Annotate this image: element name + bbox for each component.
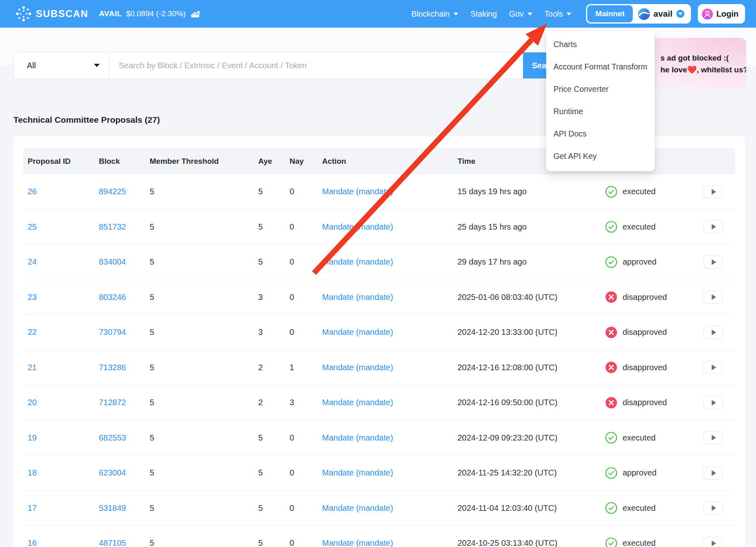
status-label: executed bbox=[623, 504, 656, 513]
block-link[interactable]: 803246 bbox=[99, 293, 150, 302]
proposal-id-link[interactable]: 25 bbox=[28, 222, 99, 232]
proposal-row: 25 851732 5 5 0 Mandate (mandate) 25 day… bbox=[23, 210, 735, 245]
status-label: approved bbox=[623, 257, 656, 267]
nav-item-label: Gov bbox=[509, 9, 524, 19]
menu-item-account-format-transform[interactable]: Account Format Transform bbox=[546, 56, 655, 78]
play-icon bbox=[712, 259, 716, 265]
ad-text-line2: he love❤️, whitelist us? bbox=[660, 65, 746, 74]
nay-count: 0 bbox=[290, 257, 322, 267]
action-link[interactable]: Mandate (mandate) bbox=[322, 293, 458, 302]
action-link[interactable]: Mandate (mandate) bbox=[322, 328, 458, 337]
action-link[interactable]: Mandate (mandate) bbox=[322, 504, 458, 513]
action-link[interactable]: Mandate (mandate) bbox=[322, 433, 458, 443]
proposal-id-link[interactable]: 23 bbox=[28, 293, 99, 302]
status-badge: disapproved bbox=[605, 397, 704, 409]
status-badge: approved bbox=[605, 467, 704, 479]
action-link[interactable]: Mandate (mandate) bbox=[322, 538, 458, 547]
time-value: 2024-11-04 12:03:40 (UTC) bbox=[458, 504, 605, 513]
expand-row-button[interactable] bbox=[704, 326, 723, 339]
block-link[interactable]: 531849 bbox=[99, 504, 150, 513]
action-link[interactable]: Mandate (mandate) bbox=[322, 398, 458, 407]
menu-item-price-converter[interactable]: Price Converter bbox=[546, 78, 655, 100]
status-badge: disapproved bbox=[605, 291, 704, 303]
nav-item-gov[interactable]: Gov bbox=[509, 9, 532, 19]
menu-item-runtime[interactable]: Runtime bbox=[546, 100, 655, 123]
column-header: Aye bbox=[258, 157, 290, 166]
proposal-id-link[interactable]: 18 bbox=[28, 468, 99, 478]
nay-count: 0 bbox=[290, 468, 322, 478]
member-threshold-value: 5 bbox=[150, 328, 258, 337]
play-icon bbox=[712, 400, 716, 406]
block-link[interactable]: 713286 bbox=[99, 363, 150, 372]
mainnet-button[interactable]: Mainnet bbox=[587, 5, 633, 22]
nav-item-tools[interactable]: Tools bbox=[545, 9, 572, 19]
status-badge: approved bbox=[605, 256, 704, 268]
expand-row-button[interactable] bbox=[704, 185, 723, 198]
aye-count: 5 bbox=[258, 433, 290, 443]
menu-item-api-docs[interactable]: API Docs bbox=[546, 123, 655, 145]
expand-row-button[interactable] bbox=[704, 361, 723, 374]
login-button[interactable]: Login bbox=[698, 4, 745, 24]
time-value: 2024-12-16 12:08:00 (UTC) bbox=[458, 363, 605, 372]
block-link[interactable]: 834004 bbox=[99, 257, 150, 267]
play-icon bbox=[712, 435, 716, 441]
search-input[interactable] bbox=[109, 52, 523, 78]
proposal-id-link[interactable]: 16 bbox=[28, 538, 99, 547]
block-link[interactable]: 730794 bbox=[99, 328, 150, 337]
price-chart-icon[interactable] bbox=[190, 9, 200, 19]
proposal-row: 19 682553 5 5 0 Mandate (mandate) 2024-1… bbox=[23, 421, 735, 456]
proposal-id-link[interactable]: 20 bbox=[28, 398, 99, 407]
network-selector[interactable]: avail bbox=[633, 8, 690, 20]
menu-item-charts[interactable]: Charts bbox=[546, 33, 655, 56]
block-link[interactable]: 623004 bbox=[99, 468, 150, 478]
menu-item-get-api-key[interactable]: Get API Key bbox=[546, 145, 655, 167]
proposal-id-link[interactable]: 21 bbox=[28, 363, 99, 372]
proposal-id-link[interactable]: 26 bbox=[28, 187, 99, 196]
member-threshold-value: 5 bbox=[150, 363, 258, 372]
expand-row-button[interactable] bbox=[704, 291, 723, 304]
subscan-logo[interactable]: SUBSCAN bbox=[16, 6, 88, 22]
member-threshold-value: 5 bbox=[150, 293, 258, 302]
proposal-id-link[interactable]: 19 bbox=[28, 433, 99, 443]
action-link[interactable]: Mandate (mandate) bbox=[322, 468, 458, 478]
play-icon bbox=[712, 224, 716, 230]
action-link[interactable]: Mandate (mandate) bbox=[322, 222, 458, 232]
action-link[interactable]: Mandate (mandate) bbox=[322, 363, 458, 372]
nav-item-staking[interactable]: Staking bbox=[471, 9, 497, 19]
column-header: Member Threshold bbox=[150, 157, 258, 166]
block-link[interactable]: 851732 bbox=[99, 222, 150, 232]
caret-down-icon bbox=[94, 64, 100, 67]
expand-row-button[interactable] bbox=[704, 501, 723, 514]
expand-row-button[interactable] bbox=[704, 220, 723, 233]
expand-row-button[interactable] bbox=[704, 256, 723, 269]
page-title: Technical Committee Proposals (27) bbox=[13, 115, 160, 125]
expand-row-button[interactable] bbox=[704, 537, 723, 547]
block-link[interactable]: 487105 bbox=[99, 538, 150, 547]
check-circle-icon bbox=[605, 537, 617, 547]
network-chevron-down-icon bbox=[676, 10, 684, 18]
proposal-id-link[interactable]: 17 bbox=[28, 504, 99, 513]
nav-item-blockchain[interactable]: Blockchain bbox=[411, 9, 458, 19]
expand-row-button[interactable] bbox=[704, 431, 723, 444]
chevron-down-icon bbox=[527, 13, 532, 15]
action-link[interactable]: Mandate (mandate) bbox=[322, 257, 458, 267]
nay-count: 0 bbox=[290, 433, 322, 443]
nay-count: 0 bbox=[290, 328, 322, 337]
chevron-down-icon bbox=[453, 13, 458, 15]
proposal-id-link[interactable]: 24 bbox=[28, 257, 99, 267]
status-badge: executed bbox=[605, 432, 704, 444]
aye-count: 2 bbox=[258, 398, 290, 407]
expand-row-button[interactable] bbox=[704, 396, 723, 409]
x-circle-icon bbox=[605, 326, 617, 339]
block-link[interactable]: 894225 bbox=[99, 187, 150, 196]
expand-row-button[interactable] bbox=[704, 467, 723, 480]
search-filter-select[interactable]: All bbox=[14, 52, 109, 78]
proposal-id-link[interactable]: 22 bbox=[28, 328, 99, 337]
aye-count: 5 bbox=[258, 222, 290, 232]
block-link[interactable]: 682553 bbox=[99, 433, 150, 443]
action-link[interactable]: Mandate (mandate) bbox=[322, 187, 458, 196]
proposals-card: Proposal IDBlockMember ThresholdAyeNayAc… bbox=[13, 136, 745, 547]
tools-dropdown-menu: ChartsAccount Format TransformPrice Conv… bbox=[546, 31, 655, 171]
proposal-row: 23 803246 5 3 0 Mandate (mandate) 2025-0… bbox=[23, 280, 735, 315]
block-link[interactable]: 712872 bbox=[99, 398, 150, 407]
